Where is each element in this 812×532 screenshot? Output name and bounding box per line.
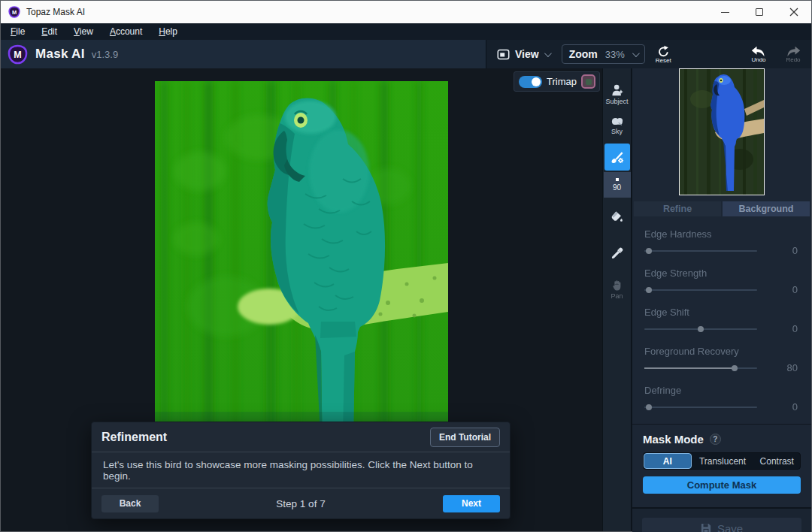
brush-tool-button-selected[interactable]: [604, 144, 630, 171]
mask-mode-translucent[interactable]: Translucent: [692, 453, 754, 469]
menu-help[interactable]: Help: [150, 26, 186, 37]
tutorial-dialog: Refinement End Tutorial Let's use this b…: [91, 422, 511, 519]
slider-knob[interactable]: [698, 326, 704, 332]
minimize-button[interactable]: [707, 1, 742, 23]
trimap-toggle[interactable]: [519, 76, 542, 88]
overlay-color-swatch[interactable]: [581, 74, 595, 89]
slider-knob[interactable]: [732, 365, 738, 371]
brush-size-indicator[interactable]: 90: [604, 172, 631, 198]
app-icon: M: [8, 6, 20, 18]
sky-tool-button[interactable]: Sky: [604, 110, 631, 141]
slider-edge-hardness[interactable]: Edge Hardness 0: [644, 228, 798, 256]
slider-value: 0: [792, 401, 798, 413]
slider-value: 0: [792, 284, 798, 295]
save-section: Save: [632, 507, 811, 532]
zoom-dropdown[interactable]: Zoom 33%: [562, 44, 645, 64]
maximize-icon: [756, 8, 763, 16]
undo-icon: [751, 46, 766, 57]
mask-mode-contrast[interactable]: Contrast: [754, 453, 801, 469]
image-canvas[interactable]: Trimap Refinement End Tutorial Let's use…: [1, 68, 602, 531]
maskai-logo-icon: M: [8, 44, 28, 65]
window-title: Topaz Mask AI: [26, 7, 85, 17]
titlebar: M Topaz Mask AI: [1, 1, 811, 23]
pan-hand-icon: [611, 280, 623, 292]
redo-button[interactable]: Redo: [786, 46, 801, 63]
mask-mode-label: Mask Mode: [643, 433, 704, 446]
chevron-down-icon: [632, 50, 640, 57]
maximize-button[interactable]: [742, 1, 777, 23]
slider-knob[interactable]: [646, 287, 652, 293]
slider-knob[interactable]: [646, 404, 652, 410]
tab-refine[interactable]: Refine: [634, 201, 721, 216]
app-header: M Mask AI v1.3.9 View Zoom 33%: [1, 40, 811, 68]
menubar: File Edit View Account Help: [1, 23, 811, 40]
zoom-value: 33%: [605, 49, 625, 60]
reset-button[interactable]: Reset: [656, 45, 671, 64]
help-icon[interactable]: ?: [710, 434, 721, 445]
slider-value: 80: [787, 362, 798, 373]
back-button[interactable]: Back: [102, 495, 159, 512]
refine-sliders: Edge Hardness 0 Edge Strength 0 Edge Shi…: [632, 216, 811, 424]
brush-size-dot-icon: [616, 178, 619, 181]
slider-edge-shift[interactable]: Edge Shift 0: [644, 307, 798, 334]
app-window: M Topaz Mask AI File Edit View Account H…: [0, 0, 812, 532]
slider-value: 0: [792, 323, 798, 334]
dialog-body-text: Let's use this bird to showcase more mas…: [103, 459, 498, 482]
end-tutorial-button[interactable]: End Tutorial: [430, 428, 500, 447]
preview-thumbnail-area: [632, 68, 811, 195]
brush-size-value: 90: [613, 183, 621, 192]
svg-text:M: M: [14, 50, 21, 60]
slider-defringe[interactable]: Defringe 0: [644, 385, 798, 413]
step-indicator: Step 1 of 7: [159, 498, 443, 509]
close-icon: [789, 8, 798, 17]
panel-tabs: Refine Background: [632, 195, 811, 216]
minimize-icon: [721, 12, 729, 13]
trimap-label: Trimap: [547, 76, 577, 87]
undo-button[interactable]: Undo: [751, 46, 766, 63]
view-icon: [497, 49, 510, 60]
mask-mode-ai[interactable]: AI: [644, 453, 692, 469]
preview-thumbnail[interactable]: [679, 68, 765, 195]
tool-strip: Subject Sky: [602, 68, 631, 531]
save-disk-icon: [701, 523, 711, 532]
slider-knob[interactable]: [646, 248, 652, 254]
mask-mode-segmented-control: AI Translucent Contrast: [643, 452, 801, 470]
original-photo-thumbnail: [680, 69, 764, 195]
view-dropdown[interactable]: View: [497, 48, 550, 60]
reset-icon: [657, 45, 670, 58]
toggle-knob-icon: [532, 77, 541, 86]
save-button[interactable]: Save: [642, 518, 801, 532]
subject-tool-button[interactable]: Subject: [604, 79, 631, 109]
pan-tool-button[interactable]: Pan: [604, 274, 631, 304]
compute-mask-button[interactable]: Compute Mask: [643, 476, 801, 494]
eyedropper-tool-button[interactable]: [604, 238, 631, 268]
app-version: v1.3.9: [92, 49, 118, 60]
mask-mode-section: Mask Mode ? AI Translucent Contrast Comp…: [632, 424, 811, 501]
close-button[interactable]: [777, 1, 811, 23]
menu-view[interactable]: View: [65, 26, 102, 37]
slider-edge-strength[interactable]: Edge Strength 0: [644, 268, 798, 295]
eyedropper-icon: [611, 246, 624, 260]
trimap-overlay-bar: Trimap: [514, 71, 600, 92]
chevron-down-icon: [544, 50, 552, 57]
menu-account[interactable]: Account: [102, 26, 150, 37]
redo-icon: [786, 46, 801, 57]
paint-bucket-icon: [610, 210, 625, 225]
menu-file[interactable]: File: [2, 26, 33, 37]
menu-edit[interactable]: Edit: [33, 26, 65, 37]
dialog-title: Refinement: [102, 431, 167, 444]
fill-bucket-tool-button[interactable]: [604, 202, 631, 232]
next-button[interactable]: Next: [443, 495, 500, 512]
sky-cloud-icon: [610, 116, 625, 127]
right-panel: Refine Background Edge Hardness 0 Edge S…: [631, 68, 811, 531]
subject-person-icon: [611, 83, 624, 97]
brush-settings-icon: [610, 150, 625, 165]
svg-text:M: M: [12, 9, 17, 16]
app-name: Mask AI: [35, 47, 85, 62]
swatch-color-dot: [586, 79, 592, 85]
slider-value: 0: [792, 245, 798, 256]
tab-background[interactable]: Background: [723, 201, 810, 216]
slider-foreground-recovery[interactable]: Foreground Recovery 80: [644, 346, 798, 373]
